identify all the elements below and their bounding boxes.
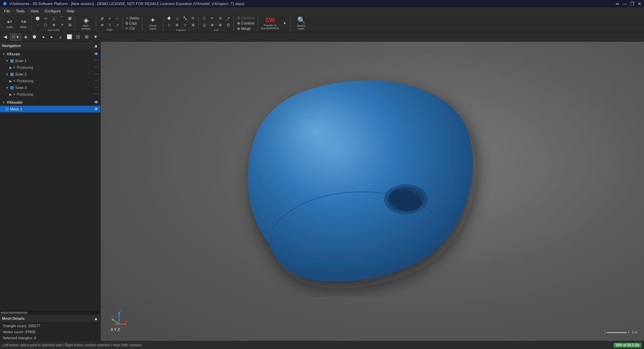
- add-entity-btn3[interactable]: △: [50, 15, 57, 21]
- align-btn3[interactable]: ↔: [114, 15, 121, 21]
- add-entity-btn9[interactable]: ↗: [58, 22, 65, 28]
- menu-view[interactable]: View: [28, 8, 41, 14]
- combine-icon: ⊕: [237, 21, 240, 26]
- view-btn2[interactable]: ⬢: [31, 33, 39, 41]
- add-entity-btn7[interactable]: ⬡: [42, 22, 49, 28]
- align-btn1[interactable]: ⇄: [98, 15, 106, 21]
- mesh1-row[interactable]: ⬡ Mesh 1 👁: [0, 106, 100, 112]
- scan1-positioning-row[interactable]: ▶ ⌖ Positioning 〰: [0, 64, 100, 71]
- delete-button[interactable]: ✕ Delete: [124, 16, 141, 20]
- clean-mesh-button[interactable]: ✦ Cleanmesh: [144, 17, 162, 30]
- merge-button[interactable]: ⊗ Merge: [236, 27, 256, 31]
- vxscan-group-row[interactable]: ▼ VXscan 👁: [0, 51, 100, 57]
- add-entity-btn5[interactable]: ▦: [66, 15, 73, 21]
- align-btn4[interactable]: ⇌: [98, 22, 106, 28]
- navigation-collapse-button[interactable]: ▲: [94, 43, 98, 48]
- edit-btn2[interactable]: ✂: [209, 15, 216, 21]
- improve-btn4[interactable]: ⟳: [190, 15, 197, 21]
- align-btn5[interactable]: ⊹: [106, 22, 113, 28]
- vxmodel-group-row[interactable]: ▼ VXmodel 👁: [0, 99, 100, 106]
- inspect-mesh-button[interactable]: 🔍 Inspectmesh: [292, 17, 310, 30]
- transfer-solidworks-button[interactable]: SW Transfer toSOLIDWORKS: [260, 17, 280, 30]
- add-entity-btn4[interactable]: ⌒: [58, 15, 65, 21]
- positioning2-icon: ⌖: [13, 79, 15, 83]
- mesh-details-collapse-button[interactable]: ▲: [94, 316, 98, 321]
- edit-btn6[interactable]: ⊕: [209, 22, 216, 28]
- undo-button[interactable]: ↩ Undo: [3, 17, 16, 30]
- add-entity-btn8[interactable]: ⊕: [50, 22, 57, 28]
- view-btn5[interactable]: ▵: [57, 33, 65, 41]
- add-entity-btn1[interactable]: ⬤: [34, 15, 41, 21]
- add-entity-btn2[interactable]: ▭: [42, 15, 49, 21]
- improve-btn6[interactable]: ⊚: [173, 22, 181, 28]
- scan1-pos-visibility-button[interactable]: 〰: [94, 65, 98, 70]
- panel-toggle-button[interactable]: ◀: [1, 33, 9, 41]
- mesh1-icon: ⬡: [5, 107, 9, 111]
- vxscan-chevron: ▼: [2, 52, 5, 56]
- solidworks-dropdown-button[interactable]: ▼: [281, 17, 289, 30]
- edit-btn3[interactable]: ⊙: [217, 15, 224, 21]
- menu-tools[interactable]: Tools: [13, 8, 28, 14]
- scan1-row[interactable]: ▼ ▦ Scan 1 〰: [0, 57, 100, 64]
- scan1-visibility-button[interactable]: 〰: [94, 58, 98, 63]
- view-mode-dropdown[interactable]: ⬡ ▼: [10, 33, 21, 41]
- scan3-visibility-button[interactable]: 〰: [94, 85, 98, 90]
- add-entity-btn10[interactable]: ⊞: [66, 22, 73, 28]
- maximize-button[interactable]: ❐: [630, 1, 634, 6]
- edit-btn8[interactable]: ⊡: [225, 22, 232, 28]
- scan3-positioning-row[interactable]: ▶ ⌖ Positioning 〰: [0, 91, 100, 98]
- combine-button[interactable]: ⊕ Combine: [236, 21, 256, 26]
- view-btn4[interactable]: ▸: [48, 33, 56, 41]
- scan2-row[interactable]: ▼ ▦ Scan 2 〰: [0, 71, 100, 78]
- improve-btn3[interactable]: 🔧: [181, 15, 189, 21]
- mesh1-visibility-button[interactable]: 👁: [94, 107, 98, 111]
- compare-button[interactable]: ⊞ Compare: [236, 16, 256, 20]
- left-panel-scrollbar[interactable]: [0, 311, 100, 314]
- cut-button[interactable]: ✂ Cut: [124, 26, 141, 31]
- scan2-positioning-row[interactable]: ▶ ⌖ Positioning 〰: [0, 78, 100, 84]
- minimize-button[interactable]: —: [623, 1, 627, 6]
- improve-btn7[interactable]: ⌗: [181, 22, 189, 28]
- scan3-row[interactable]: ▼ ▦ Scan 3 〰: [0, 84, 100, 91]
- improve-btn5[interactable]: ⤸: [165, 22, 173, 28]
- copy-button[interactable]: ⧉ Copy: [124, 21, 141, 26]
- view-btn1[interactable]: ◈: [22, 33, 30, 41]
- edit-label: Edit: [214, 29, 219, 32]
- close-button[interactable]: ✕: [638, 1, 641, 6]
- view-btn8[interactable]: ⊞: [83, 33, 91, 41]
- auto-surface-button[interactable]: ◈ Autosurface: [77, 17, 95, 30]
- vxscan-label: VXscan: [7, 52, 94, 56]
- vxmodel-visibility-button[interactable]: 👁: [94, 100, 98, 105]
- redo-button[interactable]: ↪ Redo: [17, 17, 30, 30]
- edit-btn1[interactable]: ⬡: [201, 15, 208, 21]
- align-btn2[interactable]: ⌖: [106, 15, 113, 21]
- redo-icon: ↪: [21, 18, 26, 26]
- scale-value: 1 in: [632, 331, 637, 334]
- restore-icon[interactable]: ⇔: [615, 1, 619, 6]
- scan2-pos-visibility-button[interactable]: 〰: [94, 79, 98, 83]
- view-btn7[interactable]: ⊡: [74, 33, 82, 41]
- edit-btn7[interactable]: ⊗: [217, 22, 224, 28]
- vxscan-visibility-button[interactable]: 👁: [94, 52, 98, 56]
- edit-group: ⬡ ✂ ⊙ ↗ ◱ ⊕ ⊗ ⊡ Edit: [199, 16, 234, 31]
- align-btn6[interactable]: ⤢: [114, 22, 121, 28]
- improve-btn1[interactable]: ⬟: [165, 15, 173, 21]
- scan1-chevron: ▼: [5, 59, 9, 63]
- edit-btn5[interactable]: ◱: [201, 22, 208, 28]
- menu-configure[interactable]: Configure: [42, 8, 63, 14]
- viewport[interactable]: Z X Y X Y Z | | 1 in: [101, 42, 644, 341]
- view-btn9[interactable]: ▼: [92, 33, 100, 41]
- scan2-visibility-button[interactable]: 〰: [94, 72, 98, 77]
- scroll-thumb[interactable]: [1, 312, 28, 314]
- improve-btn2[interactable]: △: [173, 15, 181, 21]
- menu-file[interactable]: File: [1, 8, 13, 14]
- vxmodel-group: ▼ VXmodel 👁 ⬡ Mesh 1 👁: [0, 98, 100, 113]
- menu-help[interactable]: Help: [64, 8, 77, 14]
- edit-btn4[interactable]: ↗: [225, 15, 232, 21]
- view-btn3[interactable]: ◂: [39, 33, 47, 41]
- add-entity-btn6[interactable]: ⟋: [34, 22, 41, 28]
- scan3-pos-visibility-button[interactable]: 〰: [94, 92, 98, 97]
- improve-btn8[interactable]: ⊞: [190, 22, 197, 28]
- titlebar-controls: ⇔ — ❐ ✕: [615, 1, 641, 6]
- view-btn6[interactable]: ⬜: [65, 33, 73, 41]
